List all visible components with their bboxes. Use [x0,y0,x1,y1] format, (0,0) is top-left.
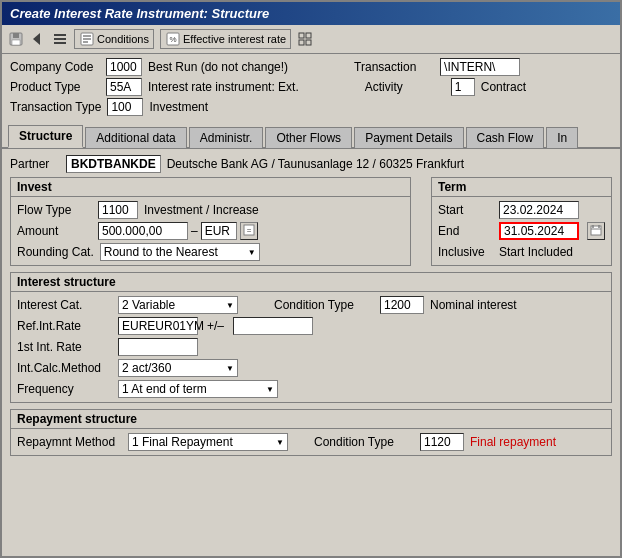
condition-type-label: Condition Type [274,298,374,312]
tab-administr[interactable]: Administr. [189,127,264,148]
term-section-title: Term [432,178,611,197]
product-type-value[interactable]: 55A [106,78,142,96]
term-section: Term Start 23.02.2024 End 31.05.2024 [431,177,612,266]
interest-section: Interest structure Interest Cat. 2 Varia… [10,272,612,403]
ref-int-rate-sign: +/– [207,319,224,333]
repayment-condition-type-desc: Final repayment [470,435,556,449]
contract-label: Contract [481,80,526,94]
rounding-cat-label: Rounding Cat. [17,245,94,259]
repaymnt-method-arrow: ▼ [276,438,284,447]
tabs-bar: Structure Additional data Administr. Oth… [2,124,620,149]
svg-rect-14 [306,33,311,38]
tab-payment-details[interactable]: Payment Details [354,127,463,148]
grid-icon[interactable] [297,31,313,47]
activity-value[interactable]: 1 [451,78,475,96]
svg-rect-16 [306,40,311,45]
int-calc-method-arrow: ▼ [226,364,234,373]
ref-int-rate-row: Ref.Int.Rate EUREUR01YM +/– [17,317,605,335]
company-code-value[interactable]: 1000 [106,58,142,76]
effective-interest-rate-icon: % [165,31,181,47]
frequency-arrow: ▼ [266,385,274,394]
company-code-label: Company Code [10,60,100,74]
end-label: End [438,224,493,238]
interest-cat-select[interactable]: 2 Variable ▼ [118,296,238,314]
conditions-icon [79,31,95,47]
interest-cat-row: Interest Cat. 2 Variable ▼ Condition Typ… [17,296,605,314]
rounding-cat-value: Round to the Nearest [104,245,218,259]
svg-marker-3 [33,33,40,45]
repayment-condition-type-label: Condition Type [314,435,414,449]
svg-rect-15 [299,40,304,45]
inclusive-value: Start Included [499,245,573,259]
svg-rect-1 [13,33,19,38]
transaction-type-value[interactable]: 100 [107,98,143,116]
save-icon[interactable] [8,31,24,47]
flow-type-row: Flow Type 1100 Investment / Increase [17,201,404,219]
amount-label: Amount [17,224,92,238]
product-type-row: Product Type 55A Interest rate instrumen… [10,78,612,96]
transaction-type-row: Transaction Type 100 Investment [10,98,612,116]
partner-code[interactable]: BKDTBANKDE [66,155,161,173]
end-date-calendar-button[interactable] [587,222,605,240]
flow-type-desc: Investment / Increase [144,203,259,217]
int-calc-method-value: 2 act/360 [122,361,171,375]
frequency-select[interactable]: 1 At end of term ▼ [118,380,278,398]
tab-in[interactable]: In [546,127,578,148]
start-row: Start 23.02.2024 [438,201,605,219]
condition-type-value[interactable]: 1200 [380,296,424,314]
header-form: Company Code 1000 Best Run (do not chang… [2,54,620,120]
invest-term-section: Invest Flow Type 1100 Investment / Incre… [10,177,612,272]
conditions-label: Conditions [97,33,149,45]
repayment-section-title: Repayment structure [11,410,611,429]
repayment-section-body: Repaymnt Method 1 Final Repayment ▼ Cond… [11,429,611,455]
ref-int-rate-value[interactable]: EUREUR01YM [118,317,198,335]
tab-additional-data[interactable]: Additional data [85,127,186,148]
interest-cat-label: Interest Cat. [17,298,112,312]
start-date[interactable]: 23.02.2024 [499,201,579,219]
inclusive-label: Inclusive [438,245,493,259]
tab-structure[interactable]: Structure [8,125,83,148]
term-section-body: Start 23.02.2024 End 31.05.2024 Inclusiv… [432,197,611,265]
transaction-type-desc: Investment [149,100,208,114]
repaymnt-method-label: Repaymnt Method [17,435,122,449]
rounding-cat-arrow: ▼ [248,248,256,257]
tab-other-flows[interactable]: Other Flows [265,127,352,148]
rounding-cat-row: Rounding Cat. Round to the Nearest ▼ [17,243,404,261]
conditions-button[interactable]: Conditions [74,29,154,49]
product-type-label: Product Type [10,80,100,94]
frequency-label: Frequency [17,382,112,396]
amount-input-group: 500.000,00 – EUR = [98,222,258,240]
partner-label: Partner [10,157,60,171]
int-calc-method-label: Int.Calc.Method [17,361,112,375]
end-date[interactable]: 31.05.2024 [499,222,579,240]
amount-row: Amount 500.000,00 – EUR = [17,222,404,240]
rounding-cat-select[interactable]: Round to the Nearest ▼ [100,243,260,261]
toolbar: Conditions % Effective interest rate [2,25,620,54]
invest-section-body: Flow Type 1100 Investment / Increase Amo… [11,197,410,265]
int-calc-method-select[interactable]: 2 act/360 ▼ [118,359,238,377]
list-icon[interactable] [52,31,68,47]
back-icon[interactable] [30,31,46,47]
frequency-value: 1 At end of term [122,382,207,396]
repaymnt-method-row: Repaymnt Method 1 Final Repayment ▼ Cond… [17,433,605,451]
svg-rect-5 [54,38,66,40]
amount-calc-button[interactable]: = [240,222,258,240]
first-int-rate-value[interactable] [118,338,198,356]
first-int-rate-label: 1st Int. Rate [17,340,112,354]
amount-currency[interactable]: EUR [201,222,237,240]
amount-value[interactable]: 500.000,00 [98,222,188,240]
svg-text:=: = [246,226,251,235]
product-type-desc: Interest rate instrument: Ext. [148,80,299,94]
repaymnt-method-value: 1 Final Repayment [132,435,233,449]
company-code-row: Company Code 1000 Best Run (do not chang… [10,58,612,76]
repaymnt-method-select[interactable]: 1 Final Repayment ▼ [128,433,288,451]
tab-cash-flow[interactable]: Cash Flow [466,127,545,148]
effective-interest-rate-button[interactable]: % Effective interest rate [160,29,291,49]
invest-section-title: Invest [11,178,410,197]
first-int-rate-row: 1st Int. Rate [17,338,605,356]
flow-type-value[interactable]: 1100 [98,201,138,219]
ref-int-rate-extra[interactable] [233,317,313,335]
repayment-condition-type-value[interactable]: 1120 [420,433,464,451]
frequency-row: Frequency 1 At end of term ▼ [17,380,605,398]
transaction-value[interactable]: \INTERN\ [440,58,520,76]
